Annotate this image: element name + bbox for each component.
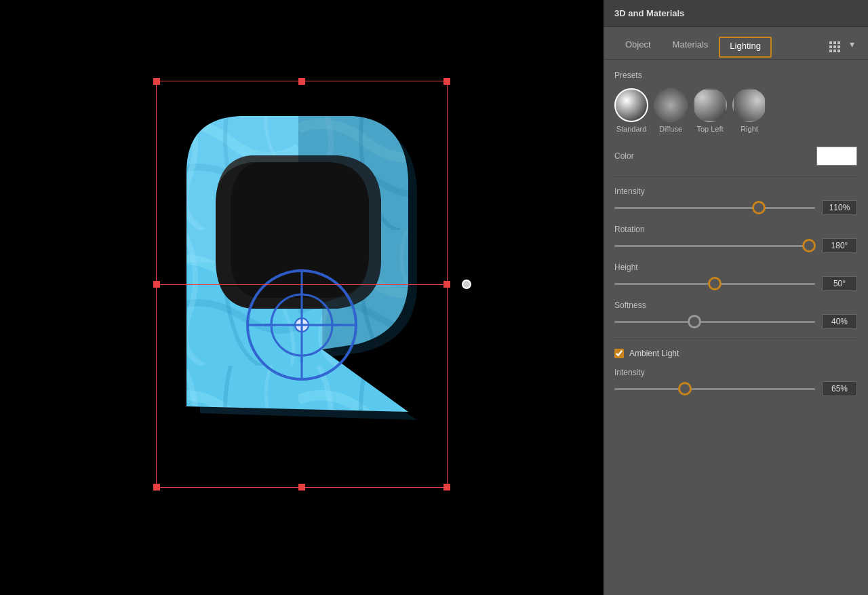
intensity-label: Intensity [614,187,857,196]
color-label: Color [614,151,669,161]
rotation-thumb[interactable] [803,239,815,252]
handle-bottom-left[interactable] [153,484,160,491]
preset-standard-label: Standard [616,125,647,133]
canvas-area [0,0,604,595]
presets-label: Presets [614,71,857,80]
intensity-track[interactable] [614,207,815,209]
ambient-light-row: Ambient Light [614,349,857,358]
ambient-intensity-label: Intensity [614,368,857,377]
preset-topleft-label: Top Left [696,125,723,133]
handle-top-right[interactable] [443,78,450,85]
height-value[interactable] [822,276,857,291]
panel-tabs: Object Materials Lighting ▾ [604,27,868,60]
panel: 3D and Materials Object Materials Lighti… [604,0,868,595]
softness-section: Softness [614,301,857,329]
intensity-value[interactable] [822,200,857,215]
intensity-row [614,200,857,215]
preset-right-label: Right [741,125,758,133]
divider-1 [614,176,857,177]
height-track[interactable] [614,283,815,285]
height-section: Height [614,263,857,291]
ambient-intensity-track[interactable] [614,388,815,390]
preset-topleft[interactable]: Top Left [693,88,727,133]
preset-diffuse-circle [654,88,688,122]
ambient-intensity-value[interactable] [822,381,857,396]
grid-icon [829,41,840,52]
tab-materials[interactable]: Materials [662,35,719,58]
ambient-intensity-thumb[interactable] [679,383,691,395]
rotation-row [614,238,857,253]
selection-container[interactable] [156,81,448,488]
handle-top-center[interactable] [298,78,305,85]
height-row [614,276,857,291]
height-thumb[interactable] [709,277,721,290]
rotation-value[interactable] [822,238,857,253]
preset-diffuse-label: Diffuse [659,125,682,133]
panel-content: Presets Standard Diffuse Top Left Right … [604,60,868,595]
intensity-section: Intensity [614,187,857,215]
mid-line [157,284,447,285]
tab-actions: ▾ [827,34,857,59]
chevron-down-button[interactable]: ▾ [847,37,857,51]
rotation-section: Rotation [614,225,857,253]
panel-title: 3D and Materials [614,8,684,18]
preset-standard[interactable]: Standard [614,88,648,133]
preset-right-circle [732,88,766,122]
height-label: Height [614,263,857,272]
panel-header: 3D and Materials [604,0,868,27]
presets-grid: Standard Diffuse Top Left Right [614,88,857,133]
intensity-thumb[interactable] [753,201,765,214]
tab-lighting[interactable]: Lighting [719,37,772,58]
selection-box [156,81,448,488]
rotate-handle[interactable] [462,280,471,289]
preset-topleft-circle [693,88,727,122]
rotation-track[interactable] [614,245,815,247]
handle-top-left[interactable] [153,78,160,85]
handle-bottom-right[interactable] [443,484,450,491]
preset-diffuse[interactable]: Diffuse [654,88,688,133]
preset-right[interactable]: Right [732,88,766,133]
softness-row [614,314,857,329]
color-row: Color [614,147,857,166]
ambient-light-label[interactable]: Ambient Light [629,349,679,358]
softness-thumb[interactable] [688,315,701,328]
grid-view-button[interactable] [827,34,843,54]
tab-object[interactable]: Object [614,35,662,58]
softness-value[interactable] [822,314,857,329]
divider-2 [614,339,857,339]
ambient-intensity-section: Intensity [614,368,857,396]
preset-standard-circle [614,88,648,122]
ambient-intensity-row [614,381,857,396]
ambient-light-checkbox[interactable] [614,349,624,358]
handle-bottom-center[interactable] [298,484,305,491]
softness-track[interactable] [614,321,815,323]
rotation-label: Rotation [614,225,857,234]
softness-label: Softness [614,301,857,310]
color-swatch[interactable] [816,147,857,166]
